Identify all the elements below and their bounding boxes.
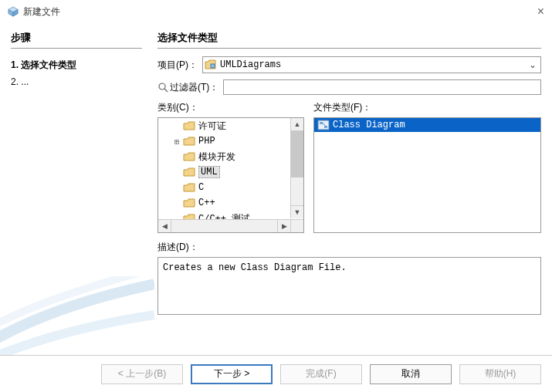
close-icon[interactable]: ×: [537, 5, 544, 19]
horizontal-scrollbar[interactable]: ◀ ▶: [158, 219, 303, 232]
tree-item[interactable]: C: [158, 180, 303, 195]
filetype-list[interactable]: Class Diagram: [313, 117, 541, 233]
main-pane: 选择文件类型 项目(P)： UMLDiagrams ⌄ 过滤器(T)：: [150, 31, 541, 347]
diagram-file-icon: [317, 120, 330, 130]
step-num: 2.: [11, 76, 19, 87]
next-button[interactable]: 下一步 >: [191, 364, 273, 384]
category-label: 类别(C)：: [157, 101, 304, 114]
scroll-down-icon[interactable]: ▼: [291, 205, 303, 218]
filetype-item-label: Class Diagram: [333, 120, 537, 130]
category-column: 类别(C)： 许可证⊞PHP模块开发UMLCC++C/C++ 测试 ▲ ▼ ◀ …: [157, 101, 304, 233]
scroll-up-icon[interactable]: ▲: [291, 118, 303, 131]
tree-item-label: 模块开发: [198, 150, 235, 164]
project-folder-icon: [205, 59, 217, 70]
content-area: 步骤 1. 选择文件类型 2. ... 选择文件类型 项目(P)： UMLDia…: [0, 23, 552, 347]
project-label: 项目(P)：: [157, 59, 198, 72]
back-button[interactable]: < 上一步(B): [101, 364, 183, 384]
help-button[interactable]: 帮助(H): [459, 364, 541, 384]
cancel-button[interactable]: 取消: [370, 364, 452, 384]
svg-line-5: [164, 89, 168, 92]
tree-item-label: PHP: [198, 136, 215, 147]
tree-item[interactable]: UML: [158, 164, 303, 180]
scroll-thumb[interactable]: [291, 131, 303, 177]
tree-item-label: UML: [198, 166, 220, 178]
scroll-left-icon[interactable]: ◀: [158, 220, 171, 233]
svg-point-4: [159, 83, 165, 90]
project-combobox[interactable]: UMLDiagrams ⌄: [202, 56, 541, 73]
filetype-item[interactable]: Class Diagram: [314, 118, 540, 132]
filetype-label: 文件类型(F)：: [313, 101, 541, 114]
lists-row: 类别(C)： 许可证⊞PHP模块开发UMLCC++C/C++ 测试 ▲ ▼ ◀ …: [157, 101, 541, 233]
tree-item[interactable]: C++: [158, 195, 303, 211]
step-label: 选择文件类型: [21, 59, 76, 70]
step-num: 1.: [11, 59, 19, 70]
step-item-2: 2. ...: [11, 74, 142, 90]
steps-pane: 步骤 1. 选择文件类型 2. ...: [11, 31, 150, 347]
svg-rect-7: [320, 122, 323, 124]
tree-item[interactable]: 模块开发: [158, 149, 303, 164]
tree-item-label: 许可证: [198, 120, 226, 133]
search-icon: [157, 82, 168, 93]
tree-item[interactable]: 许可证: [158, 118, 303, 133]
project-row: 项目(P)： UMLDiagrams ⌄: [157, 56, 541, 73]
description-label: 描述(D)：: [157, 241, 541, 254]
step-item-1: 1. 选择文件类型: [11, 56, 142, 74]
filter-row: 过滤器(T)：: [157, 79, 541, 95]
finish-button[interactable]: 完成(F): [280, 364, 362, 384]
scroll-corner: [290, 220, 303, 233]
vertical-scrollbar[interactable]: ▲ ▼: [290, 118, 303, 218]
main-heading: 选择文件类型: [157, 31, 541, 49]
scroll-right-icon[interactable]: ▶: [277, 220, 290, 233]
button-row: < 上一步(B) 下一步 > 完成(F) 取消 帮助(H): [0, 355, 552, 392]
tree-item-label: C: [198, 182, 204, 193]
filetype-column: 文件类型(F)： Class Diagram: [313, 101, 541, 233]
steps-heading: 步骤: [11, 31, 142, 49]
category-tree[interactable]: 许可证⊞PHP模块开发UMLCC++C/C++ 测试 ▲ ▼ ◀ ▶: [157, 117, 304, 233]
window-title: 新建文件: [23, 5, 60, 19]
tree-item[interactable]: ⊞PHP: [158, 133, 303, 149]
chevron-down-icon: ⌄: [527, 59, 539, 70]
filter-label: 过滤器(T)：: [170, 81, 218, 94]
titlebar: 新建文件 ×: [0, 0, 552, 23]
svg-rect-3: [211, 64, 215, 68]
cube-icon: [8, 6, 19, 17]
project-value: UMLDiagrams: [220, 59, 527, 70]
filter-input[interactable]: [223, 79, 541, 95]
svg-rect-6: [318, 120, 329, 130]
description-box: Creates a new Class Diagram File.: [157, 257, 541, 315]
step-label: ...: [21, 76, 29, 87]
tree-item-label: C++: [198, 198, 215, 208]
expander-icon[interactable]: ⊞: [172, 137, 181, 146]
